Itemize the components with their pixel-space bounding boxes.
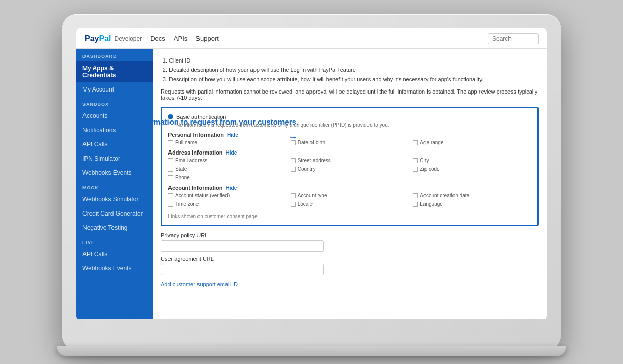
sidebar-item-notifications[interactable]: Notifications <box>76 123 153 137</box>
account-field-status[interactable]: Account status (verified) <box>168 193 287 198</box>
paypal-logo: PayPal <box>84 34 111 43</box>
address-field-email[interactable]: Email address <box>168 158 287 163</box>
sidebar-item-negative-testing[interactable]: Negative Testing <box>76 221 153 235</box>
account-label-timezone: Time zone <box>175 201 199 207</box>
account-field-locale[interactable]: Locale <box>291 201 409 207</box>
account-label-creation: Account creation date <box>420 193 469 198</box>
address-field-country[interactable]: Country <box>291 166 409 172</box>
address-field-state[interactable]: State <box>168 166 287 172</box>
privacy-url-label: Privacy policy URL <box>161 232 539 238</box>
sidebar-item-webhooks-simulator[interactable]: Webhooks Simulator <box>76 192 153 206</box>
address-label-state: State <box>175 166 187 172</box>
sidebar-item-credit-card-gen[interactable]: Credit Card Generator <box>76 206 153 221</box>
account-grid-row2: Time zone Locale Language <box>168 201 531 207</box>
add-email-link[interactable]: Add customer support email ID <box>161 281 238 287</box>
address-field-street[interactable]: Street address <box>291 158 409 163</box>
personal-field-2[interactable]: Age range <box>413 140 531 145</box>
address-label-city: City <box>420 158 429 163</box>
privacy-url-section: Privacy policy URL ← Enter your Privacy … <box>161 232 539 252</box>
personal-field-0[interactable]: Full name <box>168 140 287 145</box>
sidebar-item-api-calls[interactable]: API Calls <box>76 137 153 151</box>
account-field-timezone[interactable]: Time zone <box>168 201 287 207</box>
address-checkbox-zip <box>413 167 418 172</box>
basic-auth-option[interactable]: Basic authentication <box>168 114 531 120</box>
personal-label-1: Date of birth <box>298 140 325 145</box>
address-checkbox-country <box>291 167 296 172</box>
account-checkbox-locale <box>291 202 296 207</box>
basic-auth-desc: No information is requested from custome… <box>176 122 531 128</box>
account-info-label: Account Information <box>168 185 223 191</box>
user-agreement-input[interactable] <box>161 264 324 275</box>
address-field-zip[interactable]: Zip code <box>413 166 531 172</box>
account-checkbox-creation <box>413 193 418 198</box>
personal-label-0: Full name <box>175 140 197 145</box>
address-checkbox-email <box>168 158 173 163</box>
annotated-region: Choose what information to request from … <box>161 107 539 288</box>
instructions-note: Requests with partial information cannot… <box>161 88 539 101</box>
sidebar-item-live-webhooks[interactable]: Webhooks Events <box>76 261 153 276</box>
sidebar-item-webhooks-events[interactable]: Webhooks Events <box>76 166 153 180</box>
personal-field-1[interactable]: Date of birth <box>291 140 409 145</box>
account-field-type[interactable]: Account type <box>291 193 409 198</box>
address-info-hide[interactable]: Hide <box>226 150 237 156</box>
address-label-country: Country <box>298 166 316 172</box>
address-checkbox-state <box>168 167 173 172</box>
account-info-hide[interactable]: Hide <box>226 185 237 191</box>
personal-checkbox-1 <box>291 140 296 145</box>
address-checkbox-phone <box>168 175 173 180</box>
content-area: Client ID Detailed description of how yo… <box>153 49 547 319</box>
address-grid-row1: Email address Street address City <box>168 158 531 163</box>
sidebar-section-live: LIVE <box>76 235 153 247</box>
personal-info-hide[interactable]: Hide <box>227 132 238 138</box>
logo-pay: Pay <box>84 34 99 43</box>
topnav: PayPal Developer Docs APIs Support <box>76 28 547 49</box>
address-checkbox-street <box>291 158 296 163</box>
sidebar-item-my-account[interactable]: My Account <box>76 82 153 97</box>
personal-info-label: Personal Information <box>168 132 224 138</box>
address-label-phone: Phone <box>175 175 190 180</box>
personal-checkbox-2 <box>413 140 418 145</box>
instruction-1: Client ID <box>169 57 539 65</box>
instructions-list: Client ID Detailed description of how yo… <box>161 57 539 83</box>
address-info-header: Address Information Hide <box>168 149 531 156</box>
account-checkbox-type <box>291 193 296 198</box>
nav-support[interactable]: Support <box>195 35 219 42</box>
sidebar-item-my-apps[interactable]: My Apps & Credentials <box>76 61 153 82</box>
main-layout: DASHBOARD My Apps & Credentials My Accou… <box>76 49 547 319</box>
sidebar-item-live-api-calls[interactable]: API Calls <box>76 247 153 261</box>
account-grid-row1: Account status (verified) Account type A… <box>168 193 531 198</box>
instruction-3: Description of how you will use each sco… <box>169 76 539 83</box>
topnav-links: Docs APIs Support <box>150 35 488 42</box>
account-field-language[interactable]: Language <box>413 201 531 207</box>
nav-apis[interactable]: APIs <box>174 35 187 42</box>
account-checkbox-timezone <box>168 202 173 207</box>
account-label-locale: Locale <box>298 201 313 207</box>
links-label: Links shown on customer consent page <box>168 210 531 219</box>
sidebar-section-dashboard: DASHBOARD <box>76 49 153 61</box>
personal-label-2: Age range <box>420 140 443 145</box>
search-input[interactable] <box>488 33 539 44</box>
nav-docs[interactable]: Docs <box>150 35 165 42</box>
account-field-creation[interactable]: Account creation date <box>413 193 531 198</box>
laptop-base <box>57 346 566 356</box>
address-field-city[interactable]: City <box>413 158 531 163</box>
sidebar-item-ipn-simulator[interactable]: IPN Simulator <box>76 151 153 166</box>
sidebar-item-accounts[interactable]: Accounts <box>76 109 153 123</box>
logo-developer: Developer <box>114 35 142 42</box>
address-label-street: Street address <box>298 158 331 163</box>
address-field-phone[interactable]: Phone <box>168 175 287 180</box>
address-label-zip: Zip code <box>420 166 439 172</box>
account-label-language: Language <box>420 201 443 207</box>
laptop-shell: PayPal Developer Docs APIs Support DASHB… <box>62 14 561 350</box>
privacy-url-input[interactable] <box>161 240 324 252</box>
account-info-header: Account Information Hide <box>168 185 531 191</box>
address-grid-row3: Phone <box>168 175 531 180</box>
address-label-email: Email address <box>175 158 207 163</box>
account-checkbox-status <box>168 193 173 198</box>
basic-auth-radio <box>168 114 173 119</box>
address-info-label: Address Information <box>168 149 223 156</box>
user-agreement-section: User agreement URL ← <box>161 256 539 275</box>
content-scroll: Client ID Detailed description of how yo… <box>153 49 547 296</box>
laptop-screen: PayPal Developer Docs APIs Support DASHB… <box>76 28 547 319</box>
feature-card: Basic authentication No information is r… <box>161 107 539 226</box>
